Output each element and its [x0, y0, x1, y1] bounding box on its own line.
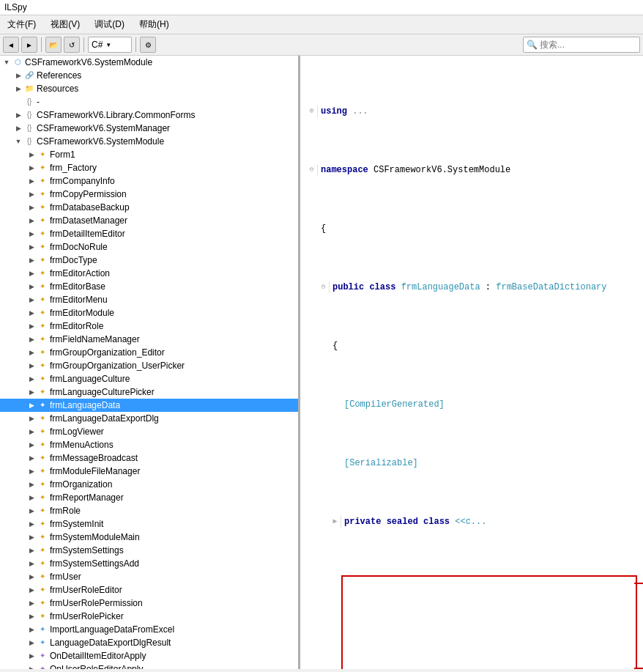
class-label-frmDatasetManager: frmDatasetManager	[50, 215, 127, 226]
tree-node-frmMessageBroadcast[interactable]: ▶ ✦ frmMessageBroadcast	[0, 451, 298, 465]
tree-node-frm_Factory[interactable]: ▶ ✦ frm_Factory	[0, 161, 298, 174]
tree-node-frmDetailItemEditor[interactable]: ▶ ✦ frmDetailItemEditor	[0, 227, 298, 240]
back-button[interactable]: ◄	[3, 37, 19, 53]
tree-node-frmModuleFileManager[interactable]: ▶ ✦ frmModuleFileManager	[0, 465, 298, 478]
search-input[interactable]	[540, 40, 636, 50]
tree-node-frmSystemModuleMain[interactable]: ▶ ✦ frmSystemModuleMain	[0, 531, 298, 544]
toolbar-sep-2	[83, 37, 84, 52]
arrow-2	[634, 665, 643, 669]
class-label-frmEditorModule: frmEditorModule	[50, 308, 114, 318]
open-button[interactable]: 📂	[45, 37, 62, 53]
class-icon-frmSystemInit: ✦	[37, 518, 48, 530]
class-icon-frmDocType: ✦	[37, 254, 48, 266]
tree-node-sysmgr[interactable]: ▶ {} CSFrameworkV6.SystemManager	[0, 122, 298, 135]
decompile-button[interactable]: ⚙	[140, 37, 156, 53]
class-icon-frmUserRolePermission: ✦	[37, 597, 48, 609]
tree-node-frmEditorMenu[interactable]: ▶ ✦ frmEditorMenu	[0, 293, 298, 306]
tree-node-OnUserRoleEditorApply[interactable]: ▶ ✦ OnUserRoleEditorApply	[0, 662, 298, 669]
margin-pubclass: ⊖	[318, 281, 330, 293]
tree-node-frmSystemSettingsAdd[interactable]: ▶ ✦ frmSystemSettingsAdd	[0, 557, 298, 570]
tree-node-frmDocNoRule[interactable]: ▶ ✦ frmDocNoRule	[0, 240, 298, 254]
toolbar: ◄ ► 📂 ↺ C# ▼ ⚙ 🔍	[0, 34, 643, 56]
tree-node-OnDetailItemEditorApply[interactable]: ▶ ✦ OnDetailItemEditorApply	[0, 649, 298, 662]
tree-node-Form1[interactable]: ▶ ✦ Form1	[0, 148, 298, 161]
tree-node-frmUserRolePermission[interactable]: ▶ ✦ frmUserRolePermission	[0, 597, 298, 610]
expand-frm_Factory: ▶	[26, 163, 37, 173]
tree-node-frmLanguageDataExportDlg[interactable]: ▶ ✦ frmLanguageDataExportDlg	[0, 412, 298, 425]
tree-node-frmOrganization[interactable]: ▶ ✦ frmOrganization	[0, 478, 298, 491]
tree-node-frmCopyPermission[interactable]: ▶ ✦ frmCopyPermission	[0, 188, 298, 201]
class-icon-frmEditorRole: ✦	[37, 320, 48, 332]
namespace-value: CSFrameworkV6.SystemModule	[368, 164, 510, 176]
forward-button[interactable]: ►	[21, 37, 37, 53]
menu-file[interactable]: 文件(F)	[3, 17, 40, 32]
class-label-frmUserRoleEditor: frmUserRoleEditor	[50, 585, 122, 595]
class-label-frmRole: frmRole	[50, 506, 81, 516]
serial-attr: [Serializable]	[344, 457, 418, 469]
language-dropdown[interactable]: C# ▼	[88, 37, 132, 53]
tree-node-frmEditorAction[interactable]: ▶ ✦ frmEditorAction	[0, 267, 298, 280]
expand-frmModuleFileManager: ▶	[26, 466, 37, 476]
expand-frmDatasetManager: ▶	[26, 215, 37, 226]
language-label: C#	[92, 40, 103, 50]
class-label-frmGroupOrganization_UserPicker: frmGroupOrganization_UserPicker	[50, 361, 185, 371]
left-pane[interactable]: ▼ ⬡ CSFrameworkV6.SystemModule ▶ 🔗 Refer…	[0, 56, 300, 669]
tree-node-frmGroupOrganization_UserPicker[interactable]: ▶ ✦ frmGroupOrganization_UserPicker	[0, 359, 298, 372]
open-brace-2: {	[332, 340, 338, 352]
expand-OnDetailItemEditorApply: ▶	[26, 651, 37, 661]
tree-node-frmDocType[interactable]: ▶ ✦ frmDocType	[0, 254, 298, 267]
tree-node-frmLanguageCulturePicker[interactable]: ▶ ✦ frmLanguageCulturePicker	[0, 385, 298, 399]
search-icon: 🔍	[527, 40, 538, 50]
tree-node-sysmod[interactable]: ▼ {} CSFrameworkV6.SystemModule	[0, 135, 298, 148]
tree-node-frmLanguageCulture[interactable]: ▶ ✦ frmLanguageCulture	[0, 372, 298, 385]
main-layout: ▼ ⬡ CSFrameworkV6.SystemModule ▶ 🔗 Refer…	[0, 56, 643, 669]
tree-node-frmMenuActions[interactable]: ▶ ✦ frmMenuActions	[0, 438, 298, 451]
tree-node-frmReportManager[interactable]: ▶ ✦ frmReportManager	[0, 491, 298, 504]
expand-frmLanguageCulture: ▶	[26, 374, 37, 384]
tree-node-resources[interactable]: ▶ 📁 Resources	[0, 82, 298, 95]
expand-frmEditorRole: ▶	[26, 321, 37, 331]
class-label-Form1: Form1	[50, 149, 75, 160]
tree-node-frmEditorRole[interactable]: ▶ ✦ frmEditorRole	[0, 320, 298, 333]
search-box[interactable]: 🔍	[523, 37, 640, 53]
tree-node-frmLanguageData[interactable]: ▶ ✦ frmLanguageData	[0, 399, 298, 412]
tree-node-frmEditorModule[interactable]: ▶ ✦ frmEditorModule	[0, 306, 298, 320]
tree-node-frmUserRoleEditor[interactable]: ▶ ✦ frmUserRoleEditor	[0, 583, 298, 597]
tree-root[interactable]: ▼ ⬡ CSFrameworkV6.SystemModule	[0, 56, 298, 69]
menu-view[interactable]: 视图(V)	[46, 17, 84, 32]
tree-node-frmGroupOrganization_Editor[interactable]: ▶ ✦ frmGroupOrganization_Editor	[0, 346, 298, 359]
tree-node-ImportLanguageDataFromExcel[interactable]: ▶ ✦ ImportLanguageDataFromExcel	[0, 623, 298, 636]
class-icon-frmModuleFileManager: ✦	[37, 465, 48, 477]
class-label-OnDetailItemEditorApply: OnDetailItemEditorApply	[50, 651, 146, 661]
menu-help[interactable]: 帮助(H)	[135, 17, 174, 32]
refresh-button[interactable]: ↺	[64, 37, 80, 53]
expand-frmMessageBroadcast: ▶	[26, 453, 37, 463]
empty-expand-icon	[13, 97, 23, 107]
class-icon-frmEditorMenu: ✦	[37, 294, 48, 306]
tree-node-frmDatabaseBackup[interactable]: ▶ ✦ frmDatabaseBackup	[0, 201, 298, 214]
tree-node-frmUser[interactable]: ▶ ✦ frmUser	[0, 570, 298, 583]
tree-node-frmRole[interactable]: ▶ ✦ frmRole	[0, 504, 298, 517]
references-label: References	[37, 70, 81, 81]
sysmod-expand-icon: ▼	[13, 136, 23, 147]
right-pane[interactable]: ⊕ using ... ⊖ namespace CSFrameworkV6.Sy…	[300, 56, 643, 669]
tree-node-references[interactable]: ▶ 🔗 References	[0, 69, 298, 82]
tree-node-commonforms[interactable]: ▶ {} CSFrameworkV6.Library.CommonForms	[0, 108, 298, 122]
bracket-icon-smod: {}	[23, 136, 35, 147]
tree-node-frmCompanyInfo[interactable]: ▶ ✦ frmCompanyInfo	[0, 174, 298, 188]
expand-frmEditorMenu: ▶	[26, 295, 37, 305]
tree-node-frmDatasetManager[interactable]: ▶ ✦ frmDatasetManager	[0, 214, 298, 227]
tree-node-frmSystemInit[interactable]: ▶ ✦ frmSystemInit	[0, 517, 298, 531]
tree-node-frmSystemSettings[interactable]: ▶ ✦ frmSystemSettings	[0, 544, 298, 557]
expand-frmEditorModule: ▶	[26, 308, 37, 318]
tree-node-frmFieldNameManager[interactable]: ▶ ✦ frmFieldNameManager	[0, 333, 298, 346]
menu-debug[interactable]: 调试(D)	[90, 17, 129, 32]
root-namespace-icon: ⬡	[12, 56, 23, 68]
tree-node-empty[interactable]: {} -	[0, 95, 298, 108]
class-label-frmSystemSettings: frmSystemSettings	[50, 545, 124, 555]
tree-node-frmEditorBase[interactable]: ▶ ✦ frmEditorBase	[0, 280, 298, 293]
tree-node-frmLogViewer[interactable]: ▶ ✦ frmLogViewer	[0, 425, 298, 438]
code-line-sealed: ▶ private sealed class <<c...	[306, 516, 637, 528]
tree-node-LanguageDataExportDlgResult[interactable]: ▶ ✦ LanguageDataExportDlgResult	[0, 636, 298, 649]
tree-node-frmUserRolePicker[interactable]: ▶ ✦ frmUserRolePicker	[0, 610, 298, 623]
